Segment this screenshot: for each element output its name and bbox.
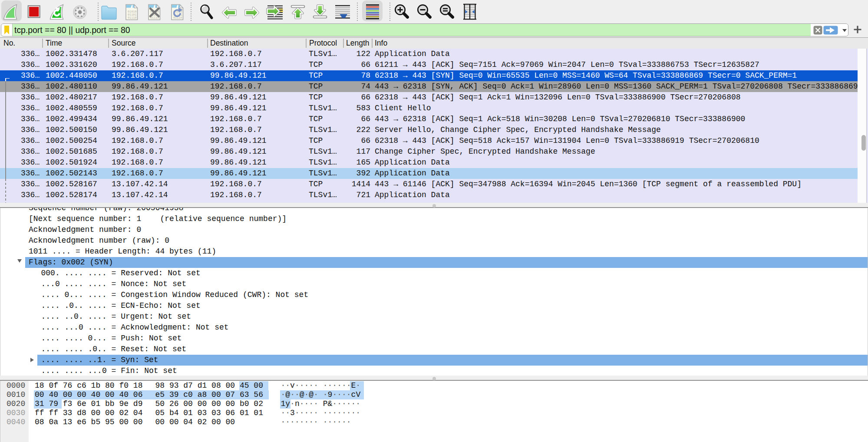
svg-text:01110: 01110 — [128, 16, 136, 20]
